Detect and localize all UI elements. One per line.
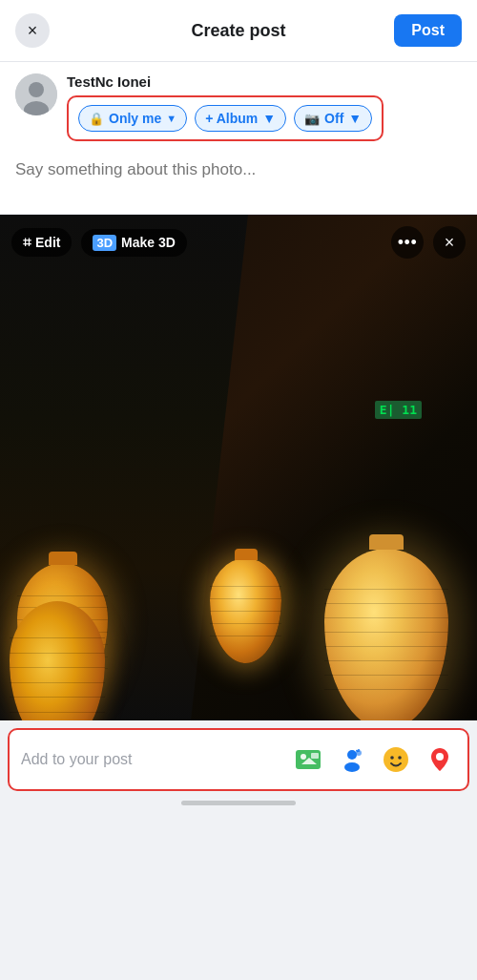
photo-toolbar: ⌗ Edit 3D Make 3D ••• ×	[0, 226, 477, 259]
photo-video-icon	[294, 745, 322, 774]
album-selector[interactable]: + Album ▼	[195, 105, 286, 132]
3d-icon: 3D	[93, 235, 116, 251]
photo-area: E| 11 ⌗ Edit 3D Make 3D ••• ×	[0, 215, 477, 720]
add-to-post-label: Add to your post	[21, 751, 282, 768]
edit-label: Edit	[35, 235, 60, 250]
make3d-label: Make 3D	[121, 235, 176, 250]
svg-rect-6	[311, 753, 319, 759]
more-options-button[interactable]: •••	[391, 226, 424, 259]
album-chevron-icon: ▼	[262, 111, 276, 126]
caption-input[interactable]	[15, 160, 462, 198]
instagram-chevron-icon: ▼	[348, 111, 362, 126]
lantern-left-bottom	[10, 601, 105, 720]
instagram-icon: 📷	[304, 112, 320, 126]
green-sign: E| 11	[375, 401, 422, 419]
svg-point-4	[301, 754, 306, 760]
make3d-button[interactable]: 3D Make 3D	[81, 229, 186, 257]
add-to-post-bar: Add to your post	[8, 728, 469, 791]
post-action-icons	[292, 743, 456, 776]
home-indicator-bar	[181, 801, 296, 805]
photo-background: E| 11	[0, 215, 477, 720]
tag-people-button[interactable]	[336, 743, 368, 776]
svg-point-7	[347, 750, 357, 760]
user-row: TestNc Ionei 🔒 Only me ▼ + Album ▼ 📷 Off	[0, 62, 477, 151]
privacy-selector[interactable]: 🔒 Only me ▼	[78, 105, 187, 132]
lock-icon: 🔒	[89, 112, 104, 126]
svg-point-8	[344, 762, 360, 772]
post-button[interactable]: Post	[394, 14, 462, 47]
caption-area	[0, 151, 477, 214]
svg-point-13	[390, 756, 394, 760]
username: TestNc Ionei	[67, 73, 462, 90]
user-details: TestNc Ionei 🔒 Only me ▼ + Album ▼ 📷 Off	[67, 73, 462, 141]
edit-crop-icon: ⌗	[23, 234, 31, 251]
header: × Create post Post	[0, 0, 477, 62]
close-icon: ×	[28, 21, 38, 41]
page-title: Create post	[191, 21, 285, 41]
photo-video-button[interactable]	[292, 743, 324, 776]
more-options-icon: •••	[398, 233, 417, 253]
svg-point-15	[436, 753, 444, 761]
privacy-label: Only me	[109, 111, 161, 126]
svg-point-1	[29, 82, 44, 97]
close-button[interactable]: ×	[15, 13, 50, 48]
photo-close-icon: ×	[445, 233, 455, 253]
album-label: + Album	[205, 111, 258, 126]
home-indicator-area	[0, 791, 477, 811]
avatar	[15, 73, 57, 115]
emoji-icon	[382, 745, 410, 774]
svg-point-14	[398, 756, 402, 760]
location-button[interactable]	[424, 743, 456, 776]
emoji-button[interactable]	[380, 743, 412, 776]
privacy-chevron-icon: ▼	[166, 113, 176, 124]
audience-controls-box: 🔒 Only me ▼ + Album ▼ 📷 Off ▼	[67, 95, 384, 141]
instagram-toggle[interactable]: 📷 Off ▼	[294, 105, 372, 132]
edit-button[interactable]: ⌗ Edit	[11, 228, 72, 257]
tag-people-icon	[338, 745, 366, 774]
photo-close-button[interactable]: ×	[433, 226, 466, 259]
svg-point-12	[384, 747, 408, 772]
instagram-label: Off	[324, 111, 343, 126]
location-icon	[425, 745, 454, 774]
lantern-right	[324, 549, 448, 720]
